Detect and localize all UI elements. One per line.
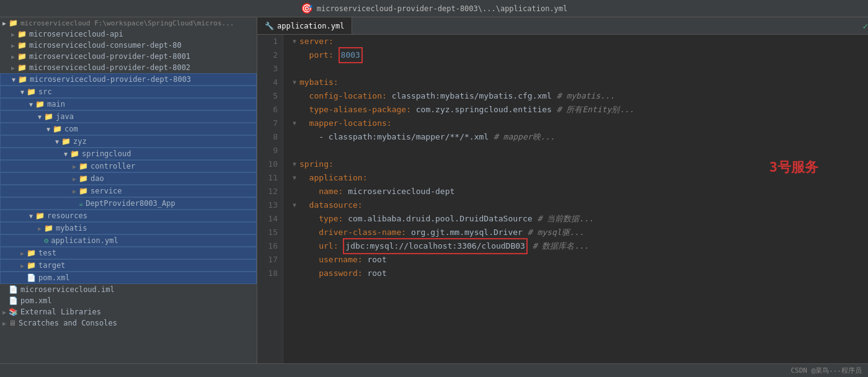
sidebar-label-controller: controller — [91, 162, 135, 171]
tree-arrow-provider8003[interactable]: ▼ — [9, 76, 18, 83]
yaml-icon: ⚙ — [44, 236, 48, 245]
line-number-5: 5 — [257, 89, 278, 103]
sidebar-label-mybatis: mybatis — [56, 224, 87, 233]
folder-icon: 📁 — [35, 211, 45, 220]
code-line-14: type: com.alibaba.druid.pool.DruidDataSo… — [290, 212, 868, 226]
tree-arrow-com[interactable]: ▼ — [44, 126, 53, 133]
sidebar-label-consumer: microservicecloud-consumer-dept-80 — [29, 41, 182, 50]
fold-13[interactable]: ▼ — [290, 198, 299, 212]
sidebar-item-pom8003[interactable]: 📄pom.xml — [0, 272, 257, 284]
tree-arrow-test[interactable]: ▶ — [18, 250, 27, 257]
tree-arrow-resources[interactable]: ▼ — [27, 213, 35, 220]
line-number-12: 12 — [257, 185, 278, 198]
iml-icon: 📄 — [9, 285, 18, 294]
tree-arrow-scratches[interactable]: ▶ — [0, 320, 9, 327]
bottom-bar-text: CSDN @菜鸟---程序员 — [790, 366, 862, 375]
sidebar-item-pomroot[interactable]: 📄pom.xml — [0, 295, 257, 306]
code-content[interactable]: 3号服务 ▼server:port: 8003▼mybatis:config-l… — [283, 35, 868, 363]
sidebar-item-java[interactable]: ▼📁java — [0, 110, 257, 123]
tree-arrow-target[interactable]: ▶ — [18, 262, 27, 269]
editor-tab-active[interactable]: 🔧 application.yml — [257, 17, 352, 34]
fold-4[interactable]: ▼ — [290, 76, 299, 89]
tree-arrow-java[interactable]: ▼ — [35, 113, 44, 120]
sidebar-item-com[interactable]: ▼📁com — [0, 123, 257, 135]
tree-arrow-provider8002[interactable]: ▶ — [9, 64, 17, 71]
code-line-5: config-location: classpath:mybatis/mybat… — [290, 89, 868, 103]
sidebar-item-springcloud[interactable]: ▼📁springcloud — [0, 148, 257, 160]
fold-10[interactable]: ▼ — [290, 157, 299, 171]
fold-1[interactable]: ▼ — [290, 35, 299, 48]
folder-pkg-icon: 📁 — [61, 137, 71, 146]
line-number-11: 11 — [257, 171, 278, 185]
tree-arrow-mybatis[interactable]: ▶ — [35, 225, 44, 232]
sidebar-label-springcloud: springcloud — [82, 149, 131, 158]
sidebar-item-iml[interactable]: 📄microservicecloud.iml — [0, 284, 257, 295]
sidebar-item-applicationyml[interactable]: ⚙application.yml — [0, 234, 257, 247]
xml-icon: 📄 — [27, 273, 36, 282]
module-highlight-icon: 📁 — [18, 75, 27, 84]
sidebar-item-target[interactable]: ▶📁target — [0, 259, 257, 272]
tree-arrow-main[interactable]: ▼ — [27, 101, 35, 108]
sidebar-item-src[interactable]: ▼📁src — [0, 86, 257, 98]
tree-arrow-dao[interactable]: ▶ — [70, 175, 79, 182]
tree-arrow-zyz[interactable]: ▼ — [53, 138, 61, 145]
line-number-13: 13 — [257, 198, 278, 212]
tree-arrow-extlib[interactable]: ▶ — [0, 309, 9, 316]
code-line-2: port: 8003 — [290, 48, 868, 62]
sidebar-item-deptapp[interactable]: ☕DeptProvider8003_App — [0, 197, 257, 210]
sidebar-label-src: src — [38, 87, 52, 96]
main-area: ▶📁microservicecloud F:\workspace\SpringC… — [0, 17, 868, 363]
sidebar-label-main: main — [47, 100, 65, 109]
lib-icon: 📚 — [9, 308, 18, 316]
fold-7[interactable]: ▼ — [290, 117, 299, 130]
code-line-12: name: microservicecloud-dept — [290, 185, 868, 198]
sidebar-label-deptapp: DeptProvider8003_App — [86, 199, 175, 208]
sidebar-item-api[interactable]: ▶📁microservicecloud-api — [0, 29, 257, 40]
tree-arrow-provider8001[interactable]: ▶ — [9, 53, 17, 60]
tree-arrow-springcloud[interactable]: ▼ — [61, 151, 70, 157]
sidebar-item-provider8001[interactable]: ▶📁microservicecloud-provider-dept-8001 — [0, 51, 257, 62]
sidebar-item-scratches[interactable]: ▶🖥Scratches and Consoles — [0, 317, 257, 329]
sidebar-item-zyz[interactable]: ▼📁zyz — [0, 135, 257, 148]
folder-pkg-icon: 📁 — [79, 187, 88, 195]
module-icon: 📁 — [17, 63, 27, 72]
sidebar-item-dao[interactable]: ▶📁dao — [0, 172, 257, 185]
code-line-6: type-aliases-package: com.zyz.springclou… — [290, 103, 868, 117]
sidebar-item-extlib[interactable]: ▶📚External Libraries — [0, 306, 257, 317]
code-line-7: ▼mapper-locations: — [290, 117, 868, 130]
tree-arrow-controller[interactable]: ▶ — [70, 163, 79, 170]
title-bar-text: microservicecloud-provider-dept-8003\...… — [317, 4, 568, 13]
sidebar-item-mybatis[interactable]: ▶📁mybatis — [0, 222, 257, 234]
tree-arrow-consumer[interactable]: ▶ — [9, 42, 17, 49]
tree-arrow-root[interactable]: ▶ — [0, 20, 9, 27]
tree-arrow-src[interactable]: ▼ — [18, 89, 27, 95]
code-line-9 — [290, 144, 868, 157]
tree-arrow-api[interactable]: ▶ — [9, 31, 17, 38]
sidebar-label-applicationyml: application.yml — [51, 236, 118, 245]
sidebar-item-test[interactable]: ▶📁test — [0, 247, 257, 259]
folder-icon: 📁 — [27, 249, 36, 257]
sidebar-label-iml: microservicecloud.iml — [20, 285, 115, 294]
line-number-7: 7 — [257, 117, 278, 130]
sidebar-item-consumer[interactable]: ▶📁microservicecloud-consumer-dept-80 — [0, 40, 257, 51]
line-number-15: 15 — [257, 226, 278, 239]
sidebar-item-root[interactable]: ▶📁microservicecloud F:\workspace\SpringC… — [0, 17, 257, 29]
sidebar-item-service[interactable]: ▶📁service — [0, 185, 257, 197]
sidebar-label-target: target — [38, 261, 65, 270]
folder-pkg-icon: 📁 — [79, 174, 88, 183]
sidebar-label-dao: dao — [91, 174, 104, 183]
sidebar-item-provider8002[interactable]: ▶📁microservicecloud-provider-dept-8002 — [0, 62, 257, 73]
tree-arrow-service[interactable]: ▶ — [70, 188, 79, 195]
sidebar-item-provider8003[interactable]: ▼📁microservicecloud-provider-dept-8003 — [0, 73, 257, 86]
code-line-4: ▼mybatis: — [290, 76, 868, 89]
bottom-bar: CSDN @菜鸟---程序员 — [0, 363, 868, 377]
sidebar-item-main[interactable]: ▼📁main — [0, 98, 257, 110]
fold-11[interactable]: ▼ — [290, 171, 299, 185]
sidebar-item-resources[interactable]: ▼📁resources — [0, 210, 257, 222]
yaml-icon: 🔧 — [265, 22, 274, 30]
code-editor: 123456789101112131415161718 3号服务 ▼server… — [257, 35, 868, 363]
folder-java-icon: 📁 — [44, 112, 53, 121]
sidebar-item-controller[interactable]: ▶📁controller — [0, 160, 257, 172]
code-line-3 — [290, 62, 868, 76]
folder-icon: 📁 — [27, 261, 36, 270]
